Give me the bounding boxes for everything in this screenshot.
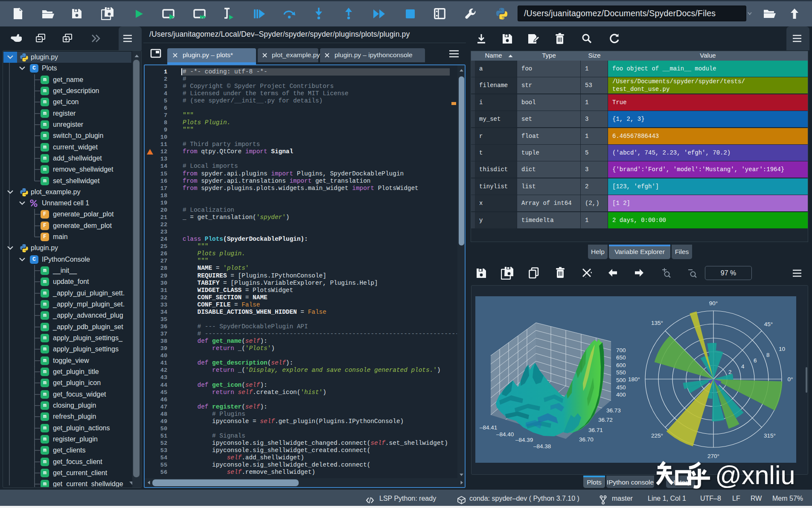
svg-text:135°: 135° <box>651 320 663 326</box>
svg-text:4: 4 <box>741 363 745 370</box>
svg-text:–84.41: –84.41 <box>480 424 497 431</box>
svg-text:650: 650 <box>616 354 626 361</box>
svg-text:6: 6 <box>754 357 757 364</box>
svg-text:90°: 90° <box>709 300 718 307</box>
svg-text:0°: 0° <box>788 376 793 382</box>
svg-text:600: 600 <box>616 362 626 368</box>
svg-text:550: 550 <box>616 369 626 376</box>
svg-text:10: 10 <box>779 346 785 352</box>
svg-text:36.70: 36.70 <box>579 436 594 443</box>
svg-text:–84.39: –84.39 <box>515 437 533 443</box>
svg-text:180°: 180° <box>628 376 640 382</box>
svg-text:36.73: 36.73 <box>606 407 621 414</box>
svg-text:700: 700 <box>616 347 626 353</box>
svg-text:–84.40: –84.40 <box>496 431 514 438</box>
svg-text:8: 8 <box>766 352 770 358</box>
svg-text:450: 450 <box>616 384 626 391</box>
svg-text:45°: 45° <box>764 321 773 327</box>
svg-text:36.72: 36.72 <box>598 417 613 423</box>
svg-text:36.71: 36.71 <box>588 427 603 433</box>
svg-text:270°: 270° <box>707 453 719 459</box>
svg-text:400: 400 <box>616 391 626 398</box>
svg-text:2: 2 <box>728 369 732 375</box>
svg-text:500: 500 <box>616 377 626 383</box>
svg-text:225°: 225° <box>651 432 663 439</box>
svg-text:315°: 315° <box>764 432 776 439</box>
svg-text:@xnliu: @xnliu <box>715 461 795 490</box>
svg-text:–84.38: –84.38 <box>533 443 551 450</box>
